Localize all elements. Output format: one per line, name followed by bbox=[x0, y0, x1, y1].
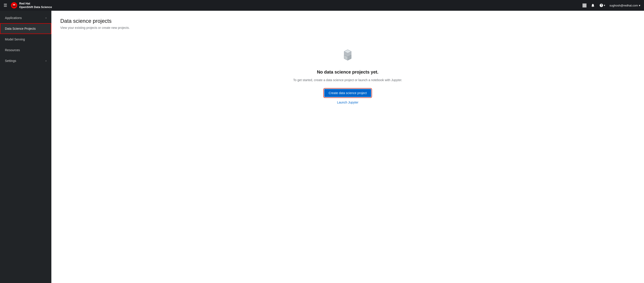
sidebar-item-applications-label: Applications bbox=[5, 16, 22, 20]
launch-jupyter-link[interactable]: Launch Jupyter bbox=[337, 101, 358, 104]
svg-rect-9 bbox=[582, 6, 584, 7]
notifications-icon[interactable] bbox=[591, 3, 595, 7]
svg-rect-3 bbox=[582, 4, 584, 5]
empty-state-title: No data science projects yet. bbox=[317, 70, 378, 75]
sidebar-item-resources-label: Resources bbox=[5, 48, 20, 52]
grid-icon[interactable] bbox=[582, 3, 586, 7]
sidebar: Applications › Data Science Projects Mod… bbox=[0, 11, 51, 283]
svg-rect-10 bbox=[584, 6, 585, 7]
help-caret: ▾ bbox=[604, 4, 605, 7]
help-icon bbox=[599, 3, 603, 7]
svg-rect-7 bbox=[584, 5, 585, 6]
page-subtitle: View your existing projects or create ne… bbox=[60, 26, 635, 30]
sidebar-item-applications[interactable]: Applications › bbox=[0, 13, 51, 23]
brand-logo-area: Red Hat OpenShift Data Science bbox=[11, 2, 52, 9]
sidebar-item-model-serving-label: Model Serving bbox=[5, 38, 25, 41]
top-navigation: ☰ Red Hat OpenShift Data Science bbox=[0, 0, 644, 11]
redhat-logo-icon bbox=[11, 2, 18, 9]
svg-rect-11 bbox=[585, 6, 586, 7]
create-data-science-project-button[interactable]: Create data science project bbox=[324, 89, 371, 97]
svg-rect-5 bbox=[585, 4, 586, 5]
svg-rect-6 bbox=[582, 5, 584, 6]
sidebar-item-data-science-projects[interactable]: Data Science Projects bbox=[0, 23, 51, 34]
app-layout: Applications › Data Science Projects Mod… bbox=[0, 11, 644, 283]
sidebar-item-resources[interactable]: Resources bbox=[0, 45, 51, 56]
empty-state: No data science projects yet. To get sta… bbox=[60, 47, 635, 104]
chevron-right-icon: › bbox=[46, 16, 46, 20]
main-content: Data science projects View your existing… bbox=[51, 11, 644, 283]
user-menu[interactable]: sughosh@redhat.com ▾ bbox=[610, 4, 640, 7]
sidebar-item-settings[interactable]: Settings › bbox=[0, 56, 51, 66]
topnav-left: ☰ Red Hat OpenShift Data Science bbox=[4, 2, 52, 9]
svg-rect-8 bbox=[585, 5, 586, 6]
sidebar-item-model-serving[interactable]: Model Serving bbox=[0, 34, 51, 45]
user-email: sughosh@redhat.com bbox=[610, 4, 638, 7]
page-title: Data science projects bbox=[60, 18, 635, 24]
sidebar-item-settings-label: Settings bbox=[5, 59, 16, 63]
svg-point-2 bbox=[13, 5, 15, 5]
hamburger-icon[interactable]: ☰ bbox=[4, 3, 7, 7]
svg-rect-4 bbox=[584, 4, 585, 5]
brand-text: Red Hat OpenShift Data Science bbox=[19, 2, 52, 9]
settings-chevron-right-icon: › bbox=[46, 59, 46, 62]
sidebar-item-data-science-projects-label: Data Science Projects bbox=[5, 27, 36, 30]
help-menu[interactable]: ▾ bbox=[599, 3, 605, 7]
empty-state-description: To get started, create a data science pr… bbox=[293, 78, 402, 82]
topnav-right: ▾ sughosh@redhat.com ▾ bbox=[582, 3, 640, 7]
cubes-icon bbox=[340, 47, 356, 64]
user-caret: ▾ bbox=[639, 4, 640, 7]
